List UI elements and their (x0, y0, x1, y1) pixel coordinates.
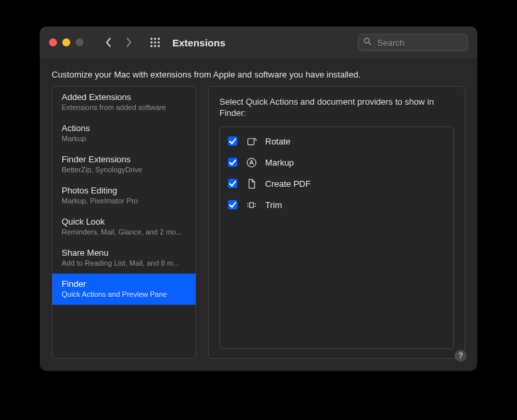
detail-pane: Select Quick Actions and document provid… (208, 86, 465, 359)
sidebar-item-subtitle: BetterZip, SynologyDrive (62, 165, 186, 174)
sidebar-item-subtitle: Reminders, Mail, Glance, and 2 mo... (62, 227, 186, 236)
action-label: Trim (265, 200, 282, 210)
action-checkbox[interactable] (228, 200, 237, 209)
sidebar-item-subtitle: Quick Actions and Preview Pane (62, 289, 186, 299)
svg-rect-13 (249, 202, 253, 207)
sidebar-item-finder[interactable]: FinderQuick Actions and Preview Pane (52, 274, 196, 305)
sidebar-item-share-menu[interactable]: Share MenuAdd to Reading List, Mail, and… (52, 242, 196, 274)
sidebar-item-photos-editing[interactable]: Photos EditingMarkup, Pixelmator Pro (52, 180, 196, 211)
close-button[interactable] (49, 38, 57, 46)
search-input[interactable] (376, 37, 463, 48)
sidebar-item-subtitle: Add to Reading List, Mail, and 8 m... (62, 258, 186, 268)
help-button[interactable]: ? (455, 350, 467, 362)
action-row-create-pdf: Create PDF (228, 178, 445, 189)
sidebar-item-title: Added Extensions (62, 92, 186, 103)
action-row-trim: Trim (228, 199, 445, 211)
quick-actions-list: RotateMarkupCreate PDFTrim (219, 127, 454, 349)
zoom-button[interactable] (76, 38, 84, 46)
svg-rect-3 (150, 42, 152, 44)
action-checkbox[interactable] (228, 158, 237, 167)
svg-rect-11 (247, 138, 253, 144)
action-checkbox[interactable] (228, 179, 237, 188)
window-title: Extensions (172, 37, 225, 48)
search-field[interactable] (358, 34, 468, 51)
sidebar-item-subtitle: Extensions from added software (62, 103, 186, 112)
forward-button[interactable] (125, 37, 133, 48)
page-subtitle: Customize your Mac with extensions from … (52, 70, 465, 79)
preferences-window: Extensions Customize your Mac with exten… (40, 26, 477, 371)
svg-rect-0 (150, 38, 152, 40)
sidebar-item-added-extensions[interactable]: Added ExtensionsExtensions from added so… (52, 87, 196, 118)
back-button[interactable] (105, 37, 113, 48)
window-controls (49, 38, 84, 46)
svg-line-10 (369, 42, 371, 44)
action-label: Markup (265, 158, 294, 168)
sidebar-item-title: Actions (62, 123, 186, 134)
action-row-markup: Markup (228, 156, 445, 168)
svg-rect-5 (158, 42, 160, 44)
show-all-icon[interactable] (150, 37, 160, 48)
toolbar: Extensions (40, 26, 477, 59)
svg-rect-1 (154, 38, 156, 40)
sidebar-item-title: Finder (62, 279, 186, 289)
trim-icon (245, 199, 257, 211)
sidebar-item-title: Quick Look (62, 217, 186, 227)
sidebar-item-title: Photos Editing (62, 185, 186, 196)
category-sidebar: Added ExtensionsExtensions from added so… (52, 86, 196, 359)
detail-heading: Select Quick Actions and document provid… (219, 96, 454, 119)
search-icon (363, 36, 372, 48)
minimize-button[interactable] (62, 38, 70, 46)
svg-rect-6 (150, 45, 152, 47)
sidebar-item-subtitle: Markup, Pixelmator Pro (62, 196, 186, 205)
action-checkbox[interactable] (228, 136, 237, 146)
sidebar-item-title: Share Menu (62, 248, 186, 258)
markup-icon (245, 156, 257, 168)
sidebar-item-quick-look[interactable]: Quick LookReminders, Mail, Glance, and 2… (52, 211, 196, 242)
svg-rect-7 (154, 45, 156, 47)
action-label: Rotate (265, 136, 290, 146)
window-body: Customize your Mac with extensions from … (40, 59, 477, 371)
action-row-rotate: Rotate (228, 135, 445, 147)
content-panes: Added ExtensionsExtensions from added so… (52, 86, 465, 359)
svg-rect-2 (158, 38, 160, 40)
svg-rect-8 (158, 45, 160, 47)
svg-rect-4 (154, 42, 156, 44)
sidebar-item-finder-extensions[interactable]: Finder ExtensionsBetterZip, SynologyDriv… (52, 149, 196, 180)
action-label: Create PDF (265, 179, 311, 189)
nav-arrows (105, 37, 133, 48)
svg-point-12 (247, 158, 255, 166)
sidebar-item-actions[interactable]: ActionsMarkup (52, 118, 196, 149)
sidebar-item-subtitle: Markup (62, 134, 186, 143)
rotate-icon (245, 135, 257, 147)
sidebar-item-title: Finder Extensions (62, 154, 186, 165)
document-icon (245, 178, 257, 189)
